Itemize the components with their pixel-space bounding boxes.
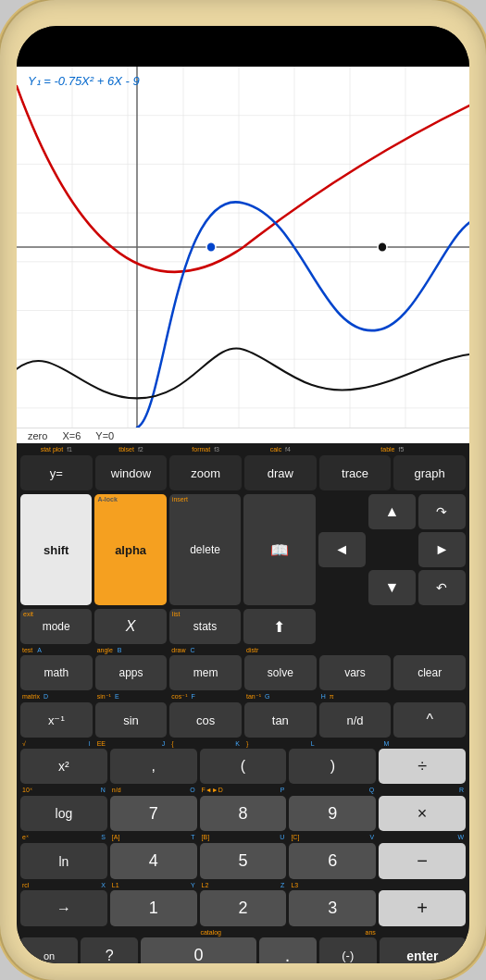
row5-labels: matrix D sin⁻¹ E cos⁻¹ F tan⁻¹ G H π	[17, 692, 469, 701]
btn-decimal[interactable]: .	[259, 937, 317, 963]
dpad-left[interactable]: ◄	[318, 532, 366, 567]
btn-undo[interactable]: ↶	[418, 570, 466, 605]
row-x2: x² , ( ) ÷	[17, 747, 469, 786]
row-zero: on ? 0 . (-) enter	[17, 936, 469, 963]
btn-y-equals[interactable]: y=	[20, 455, 93, 490]
btn-stats[interactable]: list stats	[169, 609, 241, 644]
btn-book[interactable]: 📖	[243, 494, 315, 605]
graph-x-value: X=6	[62, 430, 81, 441]
btn-mode[interactable]: exit mode	[20, 609, 92, 644]
dpad-down[interactable]: ▼	[368, 570, 416, 605]
btn-multiply[interactable]: ×	[379, 796, 466, 831]
row-math: math apps mem solve vars clear	[17, 653, 469, 692]
btn-redo[interactable]: ↷	[418, 494, 466, 529]
btn-vars[interactable]: vars	[319, 655, 392, 690]
fn-label-table: table f5	[319, 446, 466, 453]
btn-alpha[interactable]: A-lock alpha	[94, 494, 166, 605]
btn-9[interactable]: 9	[289, 796, 376, 831]
btn-x-squared[interactable]: x²	[20, 749, 107, 784]
dpad-empty-tl	[318, 494, 366, 529]
btn-shift[interactable]: shift	[20, 494, 92, 605]
btn-5[interactable]: 5	[200, 843, 287, 879]
notch-area	[17, 26, 469, 67]
btn-delete[interactable]: insert delete	[169, 494, 241, 605]
row-trig: x⁻¹ sin cos tan n/d ^	[17, 701, 469, 739]
btn-caret[interactable]: ^	[393, 702, 466, 738]
btn-sin[interactable]: sin	[95, 702, 168, 738]
graph-area[interactable]: Y₁ = -0.75X² + 6X - 9	[17, 67, 469, 428]
row-123: → 1 2 3 +	[17, 888, 469, 928]
dpad-up[interactable]: ▲	[368, 494, 416, 529]
btn-question[interactable]: ?	[81, 937, 138, 963]
dpad: ▲ ↷ ◄ ► ▼ ↶	[318, 494, 466, 605]
row9-labels: rcl X L1 Y L2 Z L3	[17, 881, 469, 888]
btn-ln[interactable]: ln	[20, 843, 107, 879]
btn-1[interactable]: 1	[110, 890, 197, 926]
btn-negate[interactable]: (-)	[319, 937, 377, 963]
phone-screen: Y₁ = -0.75X² + 6X - 9	[17, 26, 469, 963]
btn-x-inverse[interactable]: x⁻¹	[20, 702, 93, 738]
btn-cos[interactable]: cos	[169, 702, 242, 738]
btn-draw[interactable]: draw	[244, 455, 317, 490]
btn-math[interactable]: math	[20, 655, 93, 690]
dpad-empty-c	[368, 532, 416, 567]
calculator: stat plot f1 tblset f2 format f3 calc f4…	[17, 443, 469, 963]
btn-close-paren[interactable]: )	[289, 749, 376, 784]
phone-frame: Y₁ = -0.75X² + 6X - 9	[0, 0, 486, 980]
btn-divide[interactable]: ÷	[379, 749, 466, 784]
dpad-right[interactable]: ►	[418, 532, 466, 567]
svg-point-18	[378, 242, 387, 253]
btn-tan[interactable]: tan	[244, 702, 317, 738]
btn-8[interactable]: 8	[200, 796, 287, 831]
btn-on[interactable]: on	[20, 937, 78, 963]
btn-3[interactable]: 3	[289, 890, 376, 926]
row-fn-keys: y= window zoom draw trace graph	[17, 453, 469, 492]
btn-2[interactable]: 2	[200, 890, 287, 926]
graph-status-bar: zero X=6 Y=0	[17, 428, 469, 443]
btn-mem[interactable]: mem	[169, 655, 242, 690]
row10-labels: catalog ans	[17, 928, 469, 936]
btn-0[interactable]: 0	[141, 937, 255, 963]
graph-y-value: Y=0	[95, 430, 114, 441]
btn-log[interactable]: log	[20, 796, 107, 831]
fn-label-tblset: tblset f2	[95, 446, 168, 453]
row-shift-alpha: shift A-lock alpha insert delete 📖 ▲ ↷	[17, 492, 469, 607]
graph-svg	[17, 67, 469, 428]
row-456: ln 4 5 6 −	[17, 841, 469, 881]
dpad-empty-bl	[318, 570, 366, 605]
row-mode-keys: exit mode X list stats ⬆	[20, 609, 316, 644]
btn-subtract[interactable]: −	[379, 843, 466, 879]
btn-nd[interactable]: n/d	[319, 702, 392, 738]
btn-graph[interactable]: graph	[393, 455, 466, 490]
btn-arrow[interactable]: →	[20, 890, 107, 926]
btn-solve[interactable]: solve	[244, 655, 317, 690]
fn-label-format: format f3	[169, 446, 242, 453]
row-789: log 7 8 9 ×	[17, 794, 469, 833]
btn-trace[interactable]: trace	[319, 455, 392, 490]
btn-7[interactable]: 7	[110, 796, 197, 831]
btn-share[interactable]: ⬆	[243, 609, 315, 644]
svg-point-17	[206, 242, 216, 253]
btn-4[interactable]: 4	[110, 843, 197, 879]
row7-labels: 10ˣ N n/d O F◄►D P Q R	[17, 786, 469, 794]
fn-label-row: stat plot f1 tblset f2 format f3 calc f4…	[17, 443, 469, 453]
btn-zoom[interactable]: zoom	[169, 455, 242, 490]
fn-label-statplot: stat plot f1	[20, 446, 93, 453]
btn-apps[interactable]: apps	[95, 655, 168, 690]
btn-enter[interactable]: enter	[380, 937, 466, 963]
notch	[179, 26, 308, 54]
fn-label-calc: calc f4	[244, 446, 317, 453]
btn-clear[interactable]: clear	[393, 655, 466, 690]
row-mode: exit mode X list stats ⬆	[17, 607, 469, 646]
btn-window[interactable]: window	[95, 455, 168, 490]
row4-labels: test A angle B draw C distr	[17, 646, 469, 653]
graph-equation: Y₁ = -0.75X² + 6X - 9	[28, 74, 140, 88]
row6-labels: √ I EE J { K } L M	[17, 739, 469, 747]
btn-add[interactable]: +	[379, 890, 466, 926]
btn-comma[interactable]: ,	[110, 749, 197, 784]
btn-x[interactable]: X	[94, 609, 166, 644]
btn-6[interactable]: 6	[289, 843, 376, 879]
btn-open-paren[interactable]: (	[200, 749, 287, 784]
graph-status-label: zero	[28, 430, 47, 441]
row8-labels: eˣ S [A] T [B] U [C] V W	[17, 833, 469, 841]
